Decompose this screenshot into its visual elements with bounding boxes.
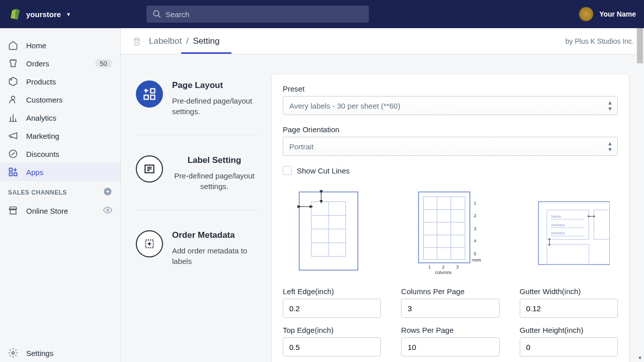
nav-label: Customers (26, 96, 63, 104)
nav-orders[interactable]: Orders 50 (0, 54, 120, 72)
svg-rect-52 (538, 202, 610, 264)
nav-customers[interactable]: Customers (0, 90, 120, 109)
section-title: Page Layout (172, 80, 257, 90)
byline: by Plus K Studios Inc. (566, 37, 634, 45)
cols-input[interactable] (401, 299, 499, 318)
search-input[interactable] (166, 10, 363, 19)
rows-input[interactable] (401, 337, 499, 356)
order-metadata-icon (136, 230, 163, 257)
nav-online-store[interactable]: Online Store (0, 202, 120, 220)
svg-text:1: 1 (428, 264, 431, 269)
svg-text:2: 2 (442, 264, 444, 269)
section-title: Label Setting (172, 155, 257, 165)
section-desc: Add order metadata to labels (172, 245, 257, 266)
svg-point-3 (12, 96, 15, 100)
svg-text:3: 3 (456, 264, 459, 269)
nav-label: Settings (26, 349, 53, 357)
top-edge-label: Top Edge(inch) (283, 326, 381, 334)
svg-point-11 (134, 38, 139, 43)
svg-text:2: 2 (474, 213, 476, 218)
left-edge-input[interactable] (283, 299, 381, 318)
avatar[interactable] (579, 7, 593, 21)
section-desc: Pre-defined page/layout settings. (172, 170, 257, 192)
store-dropdown-caret[interactable]: ▼ (66, 12, 71, 17)
nav-discounts[interactable]: Discounts (0, 145, 120, 163)
search-box[interactable] (146, 6, 369, 23)
nav-label: Apps (26, 168, 43, 176)
nav-analytics[interactable]: Analytics (0, 109, 120, 127)
svg-point-0 (153, 11, 159, 16)
top-edge-input[interactable] (283, 337, 381, 356)
view-store-icon[interactable] (103, 206, 112, 216)
svg-point-13 (137, 39, 138, 40)
topbar: yourstore ▼ Your Name (0, 0, 644, 28)
nav-apps[interactable]: Apps (0, 163, 120, 181)
svg-text:Address: Address (551, 231, 565, 235)
gutter-w-input[interactable] (520, 299, 618, 318)
nav-marketing[interactable]: Marketing (0, 127, 120, 145)
nav-label: Online Store (26, 207, 68, 215)
svg-point-9 (107, 209, 109, 211)
svg-line-1 (158, 15, 160, 18)
diagram-rows-cols: 12345rows123columns (405, 187, 496, 275)
user-name[interactable]: Your Name (599, 10, 636, 18)
cols-label: Columns Per Page (401, 287, 499, 296)
products-icon (8, 76, 18, 86)
scrollbar-thumb[interactable] (637, 28, 643, 63)
nav-label: Products (26, 77, 56, 86)
section-page-layout: Page Layout Pre-defined page/layout sett… (136, 74, 257, 135)
diagram-gutter: NameAddressAddress (526, 187, 618, 275)
section-desc: Pre-defined page/layout settings. (172, 96, 257, 117)
store-name[interactable]: yourstore (26, 10, 61, 19)
svg-text:5: 5 (474, 251, 476, 256)
svg-rect-5 (10, 168, 13, 171)
label-setting-icon (136, 155, 163, 183)
svg-text:Name: Name (551, 214, 561, 219)
app-header: Labelbot / Setting by Plus K Studios Inc… (121, 28, 644, 54)
svg-text:columns: columns (435, 270, 452, 275)
shopify-logo (8, 8, 20, 20)
breadcrumb-app[interactable]: Labelbot (149, 36, 182, 46)
settings-sections: Page Layout Pre-defined page/layout sett… (136, 74, 257, 362)
section-order-metadata: Order Metadata Add order metadata to lab… (136, 224, 257, 285)
nav-label: Orders (26, 59, 49, 68)
svg-point-2 (11, 79, 12, 80)
svg-rect-55 (594, 210, 610, 239)
orientation-select[interactable]: Portrait (283, 137, 618, 156)
svg-rect-14 (144, 95, 148, 99)
content-area: Labelbot / Setting by Plus K Studios Inc… (121, 28, 644, 362)
nav-settings[interactable]: Settings (0, 344, 120, 362)
marketing-icon (8, 131, 18, 141)
sales-channels-header: SALES CHANNELS (0, 181, 120, 202)
scrollbar-down-arrow[interactable]: ▼ (636, 354, 644, 362)
section-title: Order Metadata (172, 230, 257, 240)
svg-point-12 (135, 39, 136, 40)
left-edge-label: Left Edge(inch) (283, 287, 381, 296)
svg-text:4: 4 (474, 238, 476, 243)
home-icon (8, 40, 18, 50)
breadcrumb: Labelbot / Setting (149, 36, 219, 46)
show-cutlines-checkbox[interactable] (283, 166, 292, 175)
preset-label: Preset (283, 84, 618, 93)
svg-text:Address: Address (551, 223, 565, 227)
svg-rect-6 (14, 173, 17, 176)
add-channel-icon[interactable] (103, 187, 112, 198)
section-header-label: SALES CHANNELS (8, 189, 67, 196)
nav-home[interactable]: Home (0, 36, 120, 54)
gear-icon (8, 348, 18, 358)
svg-text:rows: rows (472, 257, 481, 262)
gutter-h-label: Gutter Height(inch) (520, 326, 618, 334)
page-layout-icon (136, 80, 163, 108)
svg-rect-54 (547, 244, 589, 264)
nav-products[interactable]: Products (0, 72, 120, 90)
section-label-setting: Label Setting Pre-defined page/layout se… (136, 149, 257, 210)
store-icon (8, 206, 18, 216)
svg-point-10 (12, 352, 15, 354)
scrollbar[interactable]: ▼ (636, 28, 644, 362)
svg-rect-7 (10, 173, 13, 176)
apps-icon (8, 167, 18, 177)
nav-label: Analytics (26, 114, 56, 122)
gutter-h-input[interactable] (520, 337, 618, 356)
sidebar: Home Orders 50 Products Customers Analyt… (0, 28, 121, 362)
preset-select[interactable]: Avery labels - 30 per sheet (**60) (283, 96, 618, 115)
